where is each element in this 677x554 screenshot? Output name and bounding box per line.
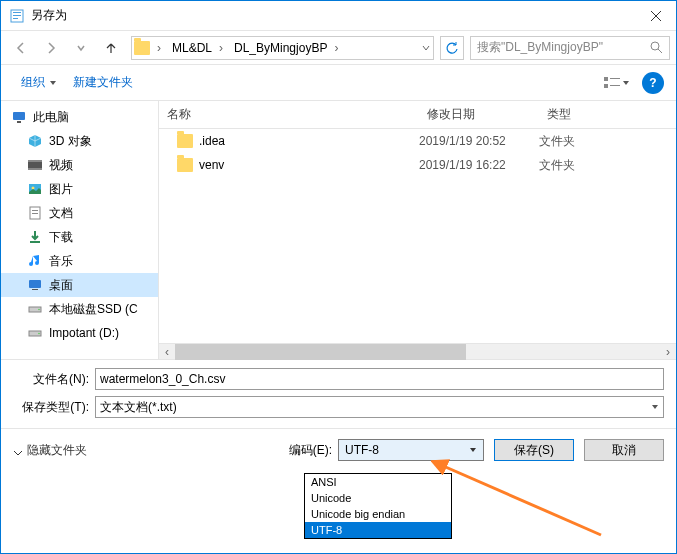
svg-line-26 bbox=[441, 465, 601, 535]
filename-label: 文件名(N): bbox=[13, 371, 95, 388]
chevron-right-icon[interactable]: › bbox=[152, 41, 166, 55]
chevron-down-icon bbox=[13, 445, 23, 455]
doc-icon bbox=[27, 205, 43, 221]
svg-rect-13 bbox=[28, 168, 42, 170]
svg-point-4 bbox=[651, 42, 659, 50]
video-icon bbox=[27, 157, 43, 173]
scroll-right-icon[interactable]: › bbox=[660, 345, 676, 359]
filetype-label: 保存类型(T): bbox=[13, 399, 95, 416]
pc-icon bbox=[11, 109, 27, 125]
sidebar-item[interactable]: 图片 bbox=[1, 177, 158, 201]
3d-icon bbox=[27, 133, 43, 149]
sidebar-item[interactable]: 文档 bbox=[1, 201, 158, 225]
column-headers: 名称 修改日期 类型 bbox=[159, 101, 676, 129]
svg-rect-20 bbox=[29, 280, 41, 288]
file-row[interactable]: venv2019/1/19 16:22文件夹 bbox=[159, 153, 676, 177]
sidebar-item[interactable]: 音乐 bbox=[1, 249, 158, 273]
folder-icon bbox=[132, 41, 152, 55]
svg-rect-10 bbox=[17, 121, 21, 123]
breadcrumb-seg[interactable]: ML&DL bbox=[166, 37, 214, 59]
up-button[interactable] bbox=[97, 35, 125, 61]
toolbar: 组织 新建文件夹 ? bbox=[1, 65, 676, 101]
sidebar-item[interactable]: 此电脑 bbox=[1, 105, 158, 129]
new-folder-button[interactable]: 新建文件夹 bbox=[65, 70, 141, 95]
encoding-option[interactable]: ANSI bbox=[305, 474, 451, 490]
drive-icon bbox=[27, 301, 43, 317]
image-icon bbox=[27, 181, 43, 197]
svg-rect-17 bbox=[32, 210, 38, 211]
download-icon bbox=[27, 229, 43, 245]
sidebar-item[interactable]: 本地磁盘SSD (C bbox=[1, 297, 158, 321]
window-title: 另存为 bbox=[31, 7, 636, 24]
svg-rect-9 bbox=[13, 112, 25, 120]
dropdown-icon[interactable] bbox=[419, 43, 433, 53]
close-button[interactable] bbox=[636, 1, 676, 31]
svg-rect-19 bbox=[30, 241, 40, 243]
view-button[interactable] bbox=[602, 71, 630, 95]
help-button[interactable]: ? bbox=[642, 72, 664, 94]
titlebar: 另存为 bbox=[1, 1, 676, 31]
refresh-button[interactable] bbox=[440, 36, 464, 60]
sidebar-item[interactable]: 3D 对象 bbox=[1, 129, 158, 153]
h-scrollbar[interactable]: ‹ › bbox=[159, 343, 676, 359]
svg-rect-6 bbox=[610, 78, 620, 79]
svg-rect-2 bbox=[13, 15, 21, 16]
nav-bar: › ML&DL › DL_ByMingjoyBP › 搜索"DL_ByMingj… bbox=[1, 31, 676, 65]
encoding-option[interactable]: UTF-8 bbox=[305, 522, 451, 538]
file-list: 名称 修改日期 类型 .idea2019/1/19 20:52文件夹venv20… bbox=[159, 101, 676, 359]
svg-rect-7 bbox=[604, 84, 608, 88]
chevron-right-icon[interactable]: › bbox=[214, 41, 228, 55]
search-input[interactable]: 搜索"DL_ByMingjoyBP" bbox=[470, 36, 670, 60]
forward-button[interactable] bbox=[37, 35, 65, 61]
svg-rect-18 bbox=[32, 213, 38, 214]
recent-button[interactable] bbox=[67, 35, 95, 61]
save-as-dialog: 另存为 › ML&DL › DL_ByMingjoyBP › 搜索"DL_ByM… bbox=[0, 0, 677, 554]
encoding-option[interactable]: Unicode bbox=[305, 490, 451, 506]
col-modified[interactable]: 修改日期 bbox=[419, 106, 539, 123]
chevron-right-icon[interactable]: › bbox=[329, 41, 343, 55]
svg-rect-5 bbox=[604, 77, 608, 81]
sidebar: 此电脑3D 对象视频图片文档下载音乐桌面本地磁盘SSD (CImpotant (… bbox=[1, 101, 159, 359]
folder-icon bbox=[177, 158, 193, 172]
sidebar-item[interactable]: 下载 bbox=[1, 225, 158, 249]
body: 此电脑3D 对象视频图片文档下载音乐桌面本地磁盘SSD (CImpotant (… bbox=[1, 101, 676, 359]
svg-rect-21 bbox=[32, 289, 38, 290]
fields: 文件名(N): 保存类型(T): 文本文档(*.txt) bbox=[1, 359, 676, 428]
breadcrumb[interactable]: › ML&DL › DL_ByMingjoyBP › bbox=[131, 36, 434, 60]
svg-rect-8 bbox=[610, 85, 620, 86]
scroll-left-icon[interactable]: ‹ bbox=[159, 345, 175, 359]
organize-menu[interactable]: 组织 bbox=[13, 70, 65, 95]
svg-rect-3 bbox=[13, 18, 18, 19]
app-icon bbox=[9, 8, 25, 24]
file-row[interactable]: .idea2019/1/19 20:52文件夹 bbox=[159, 129, 676, 153]
col-name[interactable]: 名称 bbox=[159, 106, 419, 123]
svg-point-23 bbox=[38, 309, 40, 311]
filename-input[interactable] bbox=[95, 368, 664, 390]
desktop-icon bbox=[27, 277, 43, 293]
sidebar-item[interactable]: Impotant (D:) bbox=[1, 321, 158, 345]
folder-icon bbox=[177, 134, 193, 148]
encoding-select[interactable]: UTF-8 bbox=[338, 439, 484, 461]
search-placeholder: 搜索"DL_ByMingjoyBP" bbox=[477, 39, 603, 56]
encoding-option[interactable]: Unicode big endian bbox=[305, 506, 451, 522]
music-icon bbox=[27, 253, 43, 269]
sidebar-item[interactable]: 视频 bbox=[1, 153, 158, 177]
sidebar-item[interactable]: 桌面 bbox=[1, 273, 158, 297]
encoding-dropdown: ANSIUnicodeUnicode big endianUTF-8 bbox=[304, 473, 452, 539]
breadcrumb-seg[interactable]: DL_ByMingjoyBP bbox=[228, 37, 329, 59]
bottom-bar: 隐藏文件夹 编码(E): UTF-8 保存(S) 取消 bbox=[1, 428, 676, 473]
col-type[interactable]: 类型 bbox=[539, 106, 619, 123]
search-icon bbox=[650, 41, 663, 54]
svg-point-25 bbox=[38, 333, 40, 335]
back-button[interactable] bbox=[7, 35, 35, 61]
svg-rect-1 bbox=[13, 12, 21, 13]
filetype-select[interactable]: 文本文档(*.txt) bbox=[95, 396, 664, 418]
svg-rect-12 bbox=[28, 160, 42, 162]
cancel-button[interactable]: 取消 bbox=[584, 439, 664, 461]
encoding-label: 编码(E): bbox=[289, 442, 332, 459]
drive-icon bbox=[27, 325, 43, 341]
hide-folders-toggle[interactable]: 隐藏文件夹 bbox=[13, 442, 87, 459]
save-button[interactable]: 保存(S) bbox=[494, 439, 574, 461]
